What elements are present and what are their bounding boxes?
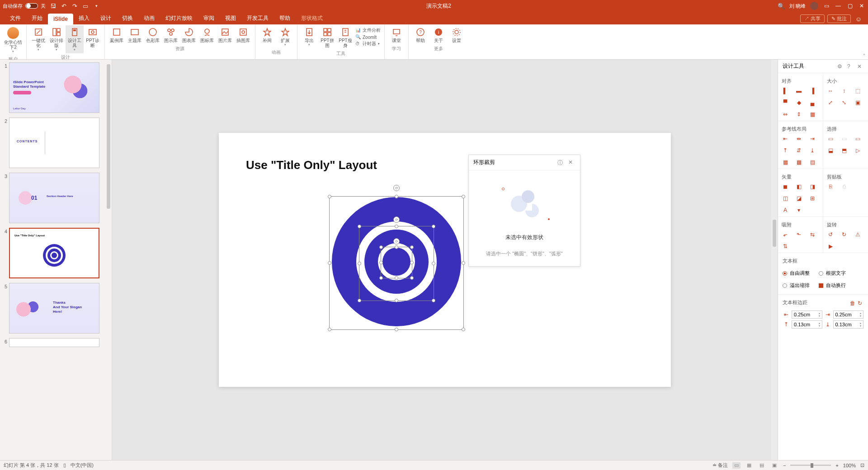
tab-design[interactable]: 设计 xyxy=(95,12,117,24)
undo-icon[interactable]: ↶ xyxy=(60,2,67,9)
radio-auto-resize[interactable]: 自由调整 xyxy=(783,270,810,277)
illus-lib-button[interactable]: 插图库 xyxy=(234,25,252,45)
settings-button[interactable]: 设置 xyxy=(448,25,466,45)
language[interactable]: 中文(中国) xyxy=(71,462,94,469)
same-size-icon[interactable]: ⬚ xyxy=(854,87,861,94)
thumbnail-2[interactable]: CONTENTS xyxy=(9,118,99,168)
start-show-icon[interactable]: ▭ xyxy=(82,2,89,9)
guide-center-icon[interactable]: ⇹ xyxy=(795,135,802,142)
guide-grid3-icon[interactable]: ▤ xyxy=(809,159,816,166)
ppt-slim-button[interactable]: PPT瘦身 xyxy=(336,25,354,50)
align-bottom-icon[interactable]: ▄ xyxy=(809,99,816,106)
tab-islide[interactable]: iSlide xyxy=(48,14,73,24)
sorter-view-icon[interactable]: ▦ xyxy=(745,462,753,469)
qat-more-icon[interactable]: ▾ xyxy=(93,2,100,9)
ribbon-display-icon[interactable]: ▭ xyxy=(823,2,830,9)
tab-file[interactable]: 文件 xyxy=(5,12,26,24)
margin-top-input[interactable]: 0.13cm▴▾ xyxy=(792,320,822,329)
thumbnail-3[interactable]: 01 Section Header Here xyxy=(9,173,99,223)
ppt-diag-button[interactable]: PPT诊断 xyxy=(84,25,102,53)
theme-lib-button[interactable]: 主题库 xyxy=(126,25,144,45)
file-analysis-button[interactable]: 📊文件分析 xyxy=(355,27,381,33)
shrink-icon[interactable]: ⤡ xyxy=(840,99,848,106)
thumbs-scrollbar[interactable] xyxy=(105,60,112,460)
dist-h-icon[interactable]: ⇔ xyxy=(782,111,789,118)
canvas-scrollbar[interactable] xyxy=(771,60,778,460)
edit-points-icon[interactable]: ⊞ xyxy=(809,195,816,202)
tab-home[interactable]: 开始 xyxy=(26,12,48,24)
export-button[interactable]: 导出▾ xyxy=(300,25,318,50)
guide-top-icon[interactable]: ⤒ xyxy=(782,147,789,154)
grow-icon[interactable]: ⤢ xyxy=(827,99,834,106)
slide-thumbnails[interactable]: 1 iSlide PowerPoint Standard Template La… xyxy=(0,60,112,460)
combine-icon[interactable]: ◫ xyxy=(782,195,789,202)
fit-icon[interactable]: ▣ xyxy=(854,99,861,106)
guide-right-icon[interactable]: ⇥ xyxy=(809,135,816,142)
tab-view[interactable]: 视图 xyxy=(220,12,241,24)
user-name[interactable]: 刘 晓峰 xyxy=(789,3,806,9)
margin-left-input[interactable]: 0.25cm▴▾ xyxy=(792,310,822,319)
gear-icon[interactable]: ⚙ xyxy=(837,63,844,70)
tab-transition[interactable]: 切换 xyxy=(117,12,138,24)
flip-h-icon[interactable]: ⚠ xyxy=(854,231,861,238)
thumbnail-6[interactable] xyxy=(9,338,99,347)
share-button[interactable]: ↗ 共享 xyxy=(800,14,825,23)
close-icon[interactable]: ✕ xyxy=(858,2,865,9)
select-arrow-icon[interactable]: ▷ xyxy=(854,147,861,154)
guide-left-icon[interactable]: ⇤ xyxy=(782,135,789,142)
radio-overflow[interactable]: 溢出缩排 xyxy=(783,282,810,289)
maximize-icon[interactable]: ▢ xyxy=(846,2,854,9)
align-right-icon[interactable]: ▐ xyxy=(809,87,816,94)
tab-insert[interactable]: 插入 xyxy=(73,12,95,24)
rotate-handle-icon[interactable]: ⟳ xyxy=(393,238,400,244)
tab-animation[interactable]: 动画 xyxy=(138,12,160,24)
selection-inner[interactable]: ⟳ xyxy=(381,247,412,278)
chart-lib-button[interactable]: 图示库 xyxy=(162,25,180,45)
flip-v-icon[interactable]: ▶ xyxy=(827,243,834,250)
snap-right-icon[interactable]: ⬑ xyxy=(795,231,802,238)
table-lib-button[interactable]: 图表库 xyxy=(180,25,198,45)
collapse-ribbon-icon[interactable]: ˄ xyxy=(863,53,865,58)
save-icon[interactable]: 🖫 xyxy=(49,2,57,9)
tab-dev[interactable]: 开发工具 xyxy=(241,12,274,24)
radio-by-text[interactable]: 根据文字 xyxy=(819,270,846,277)
zoomit-button[interactable]: 🔍ZoomIt xyxy=(355,34,381,40)
zoom-out-icon[interactable]: − xyxy=(783,463,786,468)
align-center-h-icon[interactable]: ▬ xyxy=(795,87,802,94)
design-tools-button[interactable]: 设计工具▾ xyxy=(66,25,84,53)
fragment-icon[interactable]: ◪ xyxy=(795,195,802,202)
help-icon[interactable]: ⓘ xyxy=(557,159,565,166)
snap-h-icon[interactable]: ⇆ xyxy=(809,231,816,238)
supplement-button[interactable]: 补间 xyxy=(258,25,276,48)
search-icon[interactable]: 🔍 xyxy=(778,2,785,9)
slide[interactable]: Use "Title Only" Layout ⟳ ⟳ xyxy=(219,133,671,387)
case-lib-button[interactable]: 案例库 xyxy=(108,25,126,45)
color-lib-button[interactable]: 色彩库 xyxy=(144,25,162,45)
thumbnail-4[interactable]: Use "Title Only" Layout xyxy=(9,228,99,278)
guide-grid1-icon[interactable]: ▦ xyxy=(782,159,789,166)
thumbnail-5[interactable]: Thanks And Your Slogan Here! xyxy=(9,283,99,334)
pic-lib-button[interactable]: 图片库 xyxy=(216,25,234,45)
select-type-icon[interactable]: ⬓ xyxy=(827,147,834,154)
accessibility-icon[interactable]: ▯ xyxy=(63,462,66,468)
fit-window-icon[interactable]: ⊡ xyxy=(860,462,864,468)
margin-bottom-input[interactable]: 0.13cm▴▾ xyxy=(833,320,864,329)
select-lock-icon[interactable]: ⬒ xyxy=(840,147,848,154)
help-button[interactable]: ?帮助 xyxy=(411,25,429,45)
slideshow-view-icon[interactable]: ▣ xyxy=(770,462,778,469)
snap-v-icon[interactable]: ⇅ xyxy=(782,243,789,250)
slide-title[interactable]: Use "Title Only" Layout xyxy=(246,158,377,172)
copy-icon[interactable]: ⎘ xyxy=(827,183,834,190)
tab-slideshow[interactable]: 幻灯片放映 xyxy=(160,12,198,24)
align-top-icon[interactable]: ▀ xyxy=(782,99,789,106)
slide-counter[interactable]: 幻灯片 第 4 张，共 12 张 xyxy=(4,462,59,469)
align-left-icon[interactable]: ▌ xyxy=(782,87,789,94)
account-mood-button[interactable]: 化学心情下2 ▾ xyxy=(3,25,24,55)
guide-mid-icon[interactable]: ⇵ xyxy=(795,147,802,154)
icon-lib-button[interactable]: 图标库 xyxy=(198,25,216,45)
timer-button[interactable]: ⏱计时器 ▾ xyxy=(355,41,381,47)
zoom-level[interactable]: 100% xyxy=(843,463,856,468)
select-all-icon[interactable]: ▭ xyxy=(827,135,834,142)
zoom-slider[interactable] xyxy=(790,465,831,466)
zoom-in-icon[interactable]: + xyxy=(835,463,838,468)
